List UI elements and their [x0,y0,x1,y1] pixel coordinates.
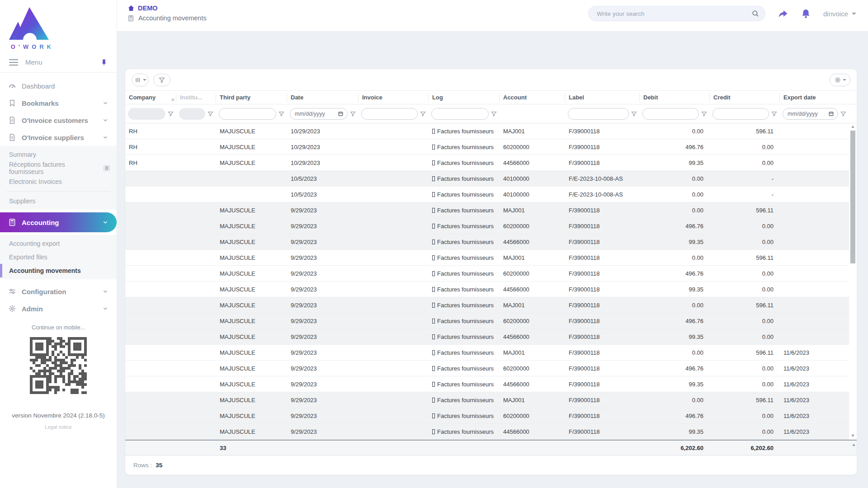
sidebar-item-suppliers[interactable]: Suppliers [0,194,117,208]
cell-credit: 0.00 [710,286,780,293]
funnel-icon[interactable] [349,110,357,117]
mountain-logo-icon [8,5,50,41]
debit-filter-input[interactable] [642,108,699,120]
cell-log: Factures fournisseurs [429,128,500,135]
funnel-icon[interactable] [420,110,427,117]
cell-account: MAJ001 [500,349,565,356]
filter-button[interactable] [153,74,170,86]
table-row[interactable]: MAJUSCULE 9/29/2023 Factures fournisseur… [125,345,849,361]
funnel-icon[interactable] [771,110,778,117]
table-row[interactable]: MAJUSCULE 9/29/2023 Factures fournisseur… [125,424,849,440]
table-header-row: Company▶ Institu... Third party Date Inv… [125,91,857,104]
table-row[interactable]: MAJUSCULE 9/29/2023 Factures fournisseur… [125,266,849,282]
column-header-export-date[interactable]: Export date [780,93,849,102]
table-row[interactable]: MAJUSCULE 9/29/2023 Factures fournisseur… [125,234,849,250]
scroll-down-arrow[interactable]: ▼ [849,432,856,439]
table-row[interactable]: MAJUSCULE 9/29/2023 Factures fournisseur… [125,408,849,424]
sidebar-item-summary[interactable]: Summary [0,148,117,161]
sidebar-item-bookmarks[interactable]: Bookmarks [0,94,117,112]
column-header-account[interactable]: Account [500,93,565,102]
table-row[interactable]: 10/5/2023 Factures fournisseurs 40100000… [125,171,849,187]
funnel-icon[interactable] [278,110,285,117]
institution-filter-input[interactable] [179,108,205,120]
funnel-icon[interactable] [701,110,708,117]
table-row[interactable]: RH MAJUSCULE 10/29/2023 Factures fournis… [125,155,849,171]
sidebar-item-configuration[interactable]: Configuration [0,283,117,300]
column-header-invoice[interactable]: Invoice [359,93,429,102]
rows-count: 35 [156,462,162,469]
cell-label: F/39000118 [565,333,640,340]
column-header-company[interactable]: Company▶ [125,93,176,102]
table-row[interactable]: MAJUSCULE 9/29/2023 Factures fournisseur… [125,282,849,297]
column-header-log[interactable]: Log [429,93,500,102]
sidebar-item-exported-files[interactable]: Exported files [0,250,117,264]
table-row[interactable]: RH MAJUSCULE 10/29/2023 Factures fournis… [125,139,849,155]
log-filter-input[interactable] [431,108,489,120]
funnel-icon[interactable] [207,110,214,117]
sidebar-item-oinvoice-customers[interactable]: O'Invoice customers [0,112,117,129]
cell-account: 44566000 [500,381,565,388]
totals-debit: 6,202.60 [640,445,710,451]
invoice-filter-input[interactable] [361,108,418,120]
legal-notice-link[interactable]: Legal notice [0,424,117,430]
sidebar-item-oinvoice-suppliers[interactable]: O'Invoice suppliers [0,129,117,146]
funnel-icon[interactable] [167,110,175,117]
user-menu[interactable]: dinvoice [823,10,856,18]
funnel-icon[interactable] [631,110,638,117]
cell-third-party: MAJUSCULE [216,413,287,419]
column-header-debit[interactable]: Debit [640,93,710,102]
column-header-credit[interactable]: Credit [710,93,780,102]
table-row[interactable]: MAJUSCULE 9/29/2023 Factures fournisseur… [125,297,849,313]
table-row[interactable]: MAJUSCULE 9/29/2023 Factures fournisseur… [125,392,849,408]
sidebar-item-receptions-factures[interactable]: Réceptions factures fournisseurs 0 [0,161,117,175]
sidebar-item-dashboard[interactable]: Dashboard [0,77,117,94]
search-input[interactable] [597,10,751,17]
company-filter-input[interactable] [128,108,165,120]
breadcrumb-root[interactable]: DEMO [127,5,588,12]
table-row[interactable]: MAJUSCULE 9/29/2023 Factures fournisseur… [125,313,849,329]
table-row[interactable]: MAJUSCULE 9/29/2023 Factures fournisseur… [125,376,849,392]
credit-filter-input[interactable] [712,108,769,120]
table-row[interactable]: MAJUSCULE 9/29/2023 Factures fournisseur… [125,329,849,345]
export-date-filter-input[interactable]: mm/dd/yyyy [783,108,838,120]
label-filter-input[interactable] [568,108,629,120]
sidebar-item-accounting-export[interactable]: Accounting export [0,237,117,250]
scroll-up-arrow[interactable]: ▲ [852,442,856,447]
table-row[interactable]: MAJUSCULE 9/29/2023 Factures fournisseur… [125,218,849,234]
hamburger-icon[interactable] [9,59,18,66]
funnel-icon[interactable] [491,110,498,117]
cell-debit: 496.76 [640,365,710,372]
sidebar-item-accounting[interactable]: Accounting [0,212,117,232]
chevron-down-icon [102,100,108,106]
search-icon[interactable] [751,9,760,18]
main-area: DEMO Accounting movements dinvoice [117,0,868,488]
column-header-third-party[interactable]: Third party [216,93,287,102]
table-row[interactable]: MAJUSCULE 9/29/2023 Factures fournisseur… [125,361,849,376]
cell-log: Factures fournisseurs [429,381,500,388]
cell-debit: 0.00 [640,349,710,356]
sidebar-item-admin[interactable]: Admin [0,300,117,317]
missing-glyph-box-icon [432,129,435,134]
table-row[interactable]: 10/5/2023 Factures fournisseurs 40100000… [125,187,849,202]
column-header-date[interactable]: Date [287,93,359,102]
scrollbar-thumb[interactable] [850,131,855,263]
columns-button[interactable] [132,74,149,86]
third-party-filter-input[interactable] [219,108,276,120]
share-icon[interactable] [777,8,788,19]
calendar-icon [338,111,344,117]
sidebar-item-electronic-invoices[interactable]: Electronic Invoices [0,175,117,188]
pin-menu-icon[interactable] [100,59,108,66]
date-filter-input[interactable]: mm/dd/yyyy [290,108,348,120]
table-row[interactable]: RH MAJUSCULE 10/29/2023 Factures fournis… [125,123,849,139]
cell-debit: 0.00 [640,397,710,404]
notifications-bell-icon[interactable] [800,8,811,19]
column-header-label[interactable]: Label [565,93,640,102]
funnel-icon[interactable] [840,110,847,117]
table-row[interactable]: MAJUSCULE 9/29/2023 Factures fournisseur… [125,202,849,218]
table-settings-button[interactable] [830,74,850,86]
column-header-institution[interactable]: Institu... [176,93,216,102]
sidebar-item-accounting-movements[interactable]: Accounting movements [0,264,117,277]
scroll-up-arrow[interactable]: ▲ [849,123,856,130]
cell-label: F/39000118 [565,144,640,150]
table-row[interactable]: MAJUSCULE 9/29/2023 Factures fournisseur… [125,250,849,266]
